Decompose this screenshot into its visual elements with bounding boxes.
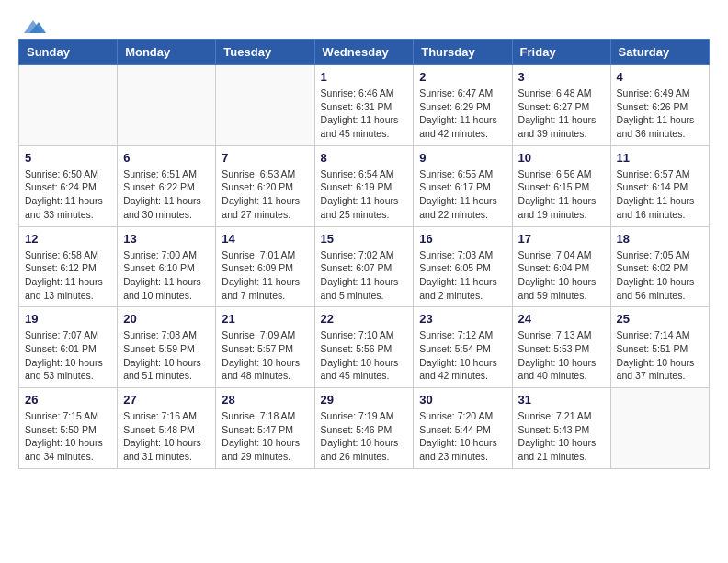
day-cell-22: 22Sunrise: 7:10 AM Sunset: 5:56 PM Dayli… [314,307,414,388]
empty-cell [118,65,216,146]
day-cell-29: 29Sunrise: 7:19 AM Sunset: 5:46 PM Dayli… [314,388,414,469]
day-info-7: Sunrise: 6:53 AM Sunset: 6:20 PM Dayligh… [222,167,308,222]
day-cell-5: 5Sunrise: 6:50 AM Sunset: 6:24 PM Daylig… [19,145,118,226]
day-info-10: Sunrise: 6:56 AM Sunset: 6:15 PM Dayligh… [518,167,605,222]
day-number-29: 29 [321,393,408,407]
day-number-24: 24 [518,312,605,326]
day-info-31: Sunrise: 7:21 AM Sunset: 5:43 PM Dayligh… [518,409,605,464]
day-number-12: 12 [25,232,111,246]
weekday-header-thursday: Thursday [414,40,512,65]
empty-cell [216,65,314,146]
day-cell-6: 6Sunrise: 6:51 AM Sunset: 6:22 PM Daylig… [118,145,216,226]
day-number-15: 15 [321,232,408,246]
week-row-5: 26Sunrise: 7:15 AM Sunset: 5:50 PM Dayli… [19,388,710,469]
day-number-21: 21 [222,312,308,326]
day-info-27: Sunrise: 7:16 AM Sunset: 5:48 PM Dayligh… [123,409,210,464]
week-row-3: 12Sunrise: 6:58 AM Sunset: 6:12 PM Dayli… [19,226,710,307]
day-info-18: Sunrise: 7:05 AM Sunset: 6:02 PM Dayligh… [617,248,703,303]
day-cell-11: 11Sunrise: 6:57 AM Sunset: 6:14 PM Dayli… [610,145,709,226]
logo [18,18,48,29]
day-info-22: Sunrise: 7:10 AM Sunset: 5:56 PM Dayligh… [321,328,408,383]
day-number-31: 31 [518,393,605,407]
day-number-17: 17 [518,232,605,246]
day-cell-8: 8Sunrise: 6:54 AM Sunset: 6:19 PM Daylig… [314,145,414,226]
weekday-header-tuesday: Tuesday [216,40,314,65]
day-number-1: 1 [321,70,408,84]
day-info-9: Sunrise: 6:55 AM Sunset: 6:17 PM Dayligh… [419,167,506,222]
day-info-17: Sunrise: 7:04 AM Sunset: 6:04 PM Dayligh… [518,248,605,303]
day-number-9: 9 [419,151,506,165]
day-info-15: Sunrise: 7:02 AM Sunset: 6:07 PM Dayligh… [321,248,408,303]
day-info-12: Sunrise: 6:58 AM Sunset: 6:12 PM Dayligh… [25,248,111,303]
day-number-18: 18 [617,232,703,246]
day-info-2: Sunrise: 6:47 AM Sunset: 6:29 PM Dayligh… [419,86,506,141]
day-number-28: 28 [222,393,308,407]
day-cell-17: 17Sunrise: 7:04 AM Sunset: 6:04 PM Dayli… [512,226,610,307]
day-cell-1: 1Sunrise: 6:46 AM Sunset: 6:31 PM Daylig… [314,65,414,146]
day-cell-10: 10Sunrise: 6:56 AM Sunset: 6:15 PM Dayli… [512,145,610,226]
day-number-7: 7 [222,151,308,165]
day-info-19: Sunrise: 7:07 AM Sunset: 6:01 PM Dayligh… [25,328,111,383]
day-number-26: 26 [25,393,111,407]
day-cell-2: 2Sunrise: 6:47 AM Sunset: 6:29 PM Daylig… [414,65,512,146]
day-info-20: Sunrise: 7:08 AM Sunset: 5:59 PM Dayligh… [123,328,210,383]
day-number-13: 13 [123,232,210,246]
day-number-6: 6 [123,151,210,165]
day-cell-24: 24Sunrise: 7:13 AM Sunset: 5:53 PM Dayli… [512,307,610,388]
weekday-header-wednesday: Wednesday [314,40,414,65]
day-cell-12: 12Sunrise: 6:58 AM Sunset: 6:12 PM Dayli… [19,226,118,307]
day-cell-3: 3Sunrise: 6:48 AM Sunset: 6:27 PM Daylig… [512,65,610,146]
weekday-header-sunday: Sunday [19,40,118,65]
day-cell-15: 15Sunrise: 7:02 AM Sunset: 6:07 PM Dayli… [314,226,414,307]
day-number-10: 10 [518,151,605,165]
day-number-4: 4 [617,70,703,84]
day-cell-28: 28Sunrise: 7:18 AM Sunset: 5:47 PM Dayli… [216,388,314,469]
empty-cell [19,65,118,146]
day-cell-21: 21Sunrise: 7:09 AM Sunset: 5:57 PM Dayli… [216,307,314,388]
day-cell-25: 25Sunrise: 7:14 AM Sunset: 5:51 PM Dayli… [610,307,709,388]
day-cell-20: 20Sunrise: 7:08 AM Sunset: 5:59 PM Dayli… [118,307,216,388]
day-number-5: 5 [25,151,111,165]
day-info-30: Sunrise: 7:20 AM Sunset: 5:44 PM Dayligh… [419,409,506,464]
day-cell-16: 16Sunrise: 7:03 AM Sunset: 6:05 PM Dayli… [414,226,512,307]
day-cell-14: 14Sunrise: 7:01 AM Sunset: 6:09 PM Dayli… [216,226,314,307]
day-number-14: 14 [222,232,308,246]
day-cell-30: 30Sunrise: 7:20 AM Sunset: 5:44 PM Dayli… [414,388,512,469]
day-info-28: Sunrise: 7:18 AM Sunset: 5:47 PM Dayligh… [222,409,308,464]
day-info-29: Sunrise: 7:19 AM Sunset: 5:46 PM Dayligh… [321,409,408,464]
day-cell-19: 19Sunrise: 7:07 AM Sunset: 6:01 PM Dayli… [19,307,118,388]
day-number-8: 8 [321,151,408,165]
day-info-26: Sunrise: 7:15 AM Sunset: 5:50 PM Dayligh… [25,409,111,464]
logo-icon [20,18,46,35]
day-cell-26: 26Sunrise: 7:15 AM Sunset: 5:50 PM Dayli… [19,388,118,469]
day-info-13: Sunrise: 7:00 AM Sunset: 6:10 PM Dayligh… [123,248,210,303]
day-number-23: 23 [419,312,506,326]
day-cell-7: 7Sunrise: 6:53 AM Sunset: 6:20 PM Daylig… [216,145,314,226]
day-number-25: 25 [617,312,703,326]
day-info-11: Sunrise: 6:57 AM Sunset: 6:14 PM Dayligh… [617,167,703,222]
day-info-6: Sunrise: 6:51 AM Sunset: 6:22 PM Dayligh… [123,167,210,222]
weekday-header-row: SundayMondayTuesdayWednesdayThursdayFrid… [19,40,710,65]
day-number-16: 16 [419,232,506,246]
day-info-1: Sunrise: 6:46 AM Sunset: 6:31 PM Dayligh… [321,86,408,141]
calendar-table: SundayMondayTuesdayWednesdayThursdayFrid… [18,39,710,469]
day-cell-31: 31Sunrise: 7:21 AM Sunset: 5:43 PM Dayli… [512,388,610,469]
week-row-1: 1Sunrise: 6:46 AM Sunset: 6:31 PM Daylig… [19,65,710,146]
day-number-3: 3 [518,70,605,84]
weekday-header-monday: Monday [118,40,216,65]
day-number-27: 27 [123,393,210,407]
day-info-8: Sunrise: 6:54 AM Sunset: 6:19 PM Dayligh… [321,167,408,222]
day-cell-27: 27Sunrise: 7:16 AM Sunset: 5:48 PM Dayli… [118,388,216,469]
weekday-header-friday: Friday [512,40,610,65]
day-cell-18: 18Sunrise: 7:05 AM Sunset: 6:02 PM Dayli… [610,226,709,307]
day-cell-4: 4Sunrise: 6:49 AM Sunset: 6:26 PM Daylig… [610,65,709,146]
day-cell-13: 13Sunrise: 7:00 AM Sunset: 6:10 PM Dayli… [118,226,216,307]
day-number-22: 22 [321,312,408,326]
day-info-14: Sunrise: 7:01 AM Sunset: 6:09 PM Dayligh… [222,248,308,303]
page-header [18,18,710,29]
day-number-20: 20 [123,312,210,326]
week-row-2: 5Sunrise: 6:50 AM Sunset: 6:24 PM Daylig… [19,145,710,226]
day-info-3: Sunrise: 6:48 AM Sunset: 6:27 PM Dayligh… [518,86,605,141]
day-info-16: Sunrise: 7:03 AM Sunset: 6:05 PM Dayligh… [419,248,506,303]
empty-cell [610,388,709,469]
